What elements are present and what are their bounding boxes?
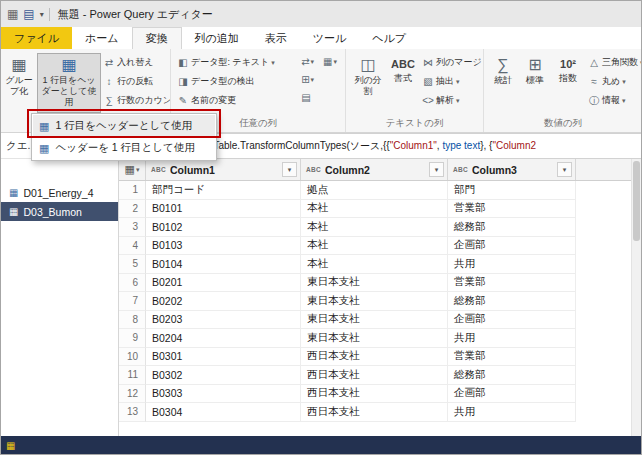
row-number[interactable]: 8	[119, 311, 146, 330]
table-cell[interactable]: B0304	[146, 403, 301, 422]
table-cell[interactable]: 企画部	[448, 237, 576, 256]
table-cell[interactable]: B0303	[146, 385, 301, 404]
table-cell[interactable]: 共用	[448, 403, 576, 422]
statistics-button[interactable]: ∑ 統計	[488, 53, 518, 113]
row-number[interactable]: 13	[119, 403, 146, 422]
table-cell[interactable]: B0201	[146, 274, 301, 293]
row-number[interactable]: 12	[119, 385, 146, 404]
table-cell[interactable]: 東日本支社	[301, 329, 448, 348]
trigonometry-icon: △	[588, 57, 600, 68]
table-cell[interactable]: 共用	[448, 255, 576, 274]
group-by-button[interactable]: ▦ グループ化	[3, 53, 35, 113]
move-button[interactable]: ▤	[299, 90, 312, 105]
tab-add-column[interactable]: 列の追加	[182, 27, 252, 49]
column-header[interactable]: ABCColumn1▾	[146, 159, 301, 180]
table-cell[interactable]: 本社	[301, 218, 448, 237]
row-number[interactable]: 6	[119, 274, 146, 293]
table-cell[interactable]: 西日本支社	[301, 348, 448, 367]
pivot-button[interactable]: ⊞ ▾	[299, 72, 316, 87]
table-cell[interactable]: 営業部	[448, 348, 576, 367]
table-cell[interactable]: B0302	[146, 366, 301, 385]
merge-columns-button[interactable]: ⋈ 列のマージ	[420, 54, 484, 71]
row-number[interactable]: 7	[119, 292, 146, 311]
tab-help[interactable]: ヘルプ	[359, 27, 419, 49]
query-item[interactable]: ▦D03_Bumon	[1, 202, 118, 221]
row-number[interactable]: 4	[119, 237, 146, 256]
tab-file[interactable]: ファイル	[1, 27, 72, 49]
tab-view[interactable]: 表示	[252, 27, 300, 49]
rename-button[interactable]: ✎ 名前の変更	[175, 92, 277, 109]
column-header[interactable]: ABCColumn3▾	[448, 159, 576, 180]
menu-item[interactable]: ▦ヘッダーを 1 行目として使用	[33, 137, 215, 159]
use-first-row-as-headers-button[interactable]: ▦ 1 行目をヘッダーとして使用	[37, 53, 101, 113]
transpose-button[interactable]: ⇄ 入れ替え	[101, 54, 171, 71]
row-number[interactable]: 9	[119, 329, 146, 348]
table-cell[interactable]: 西日本支社	[301, 366, 448, 385]
query-item[interactable]: ▦D01_Energy_4	[1, 183, 118, 202]
table-cell[interactable]: 営業部	[448, 200, 576, 219]
count-rows-button[interactable]: ∑ 行数のカウント	[101, 92, 171, 109]
row-number[interactable]: 5	[119, 255, 146, 274]
table-cell[interactable]: 東日本支社	[301, 292, 448, 311]
vertical-scrollbar[interactable]	[631, 159, 641, 436]
replace-values-button[interactable]: ⇄ ▾	[299, 54, 316, 69]
reverse-rows-icon: ↕	[103, 76, 115, 87]
table-cell[interactable]: B0101	[146, 200, 301, 219]
rounding-button[interactable]: ≈ 丸め ▾	[586, 73, 642, 90]
column-header[interactable]: ABCColumn2▾	[301, 159, 448, 180]
table-cell[interactable]: B0104	[146, 255, 301, 274]
table-cell[interactable]: 企画部	[448, 385, 576, 404]
table-cell[interactable]: B0202	[146, 292, 301, 311]
row-number[interactable]: 2	[119, 200, 146, 219]
table-cell[interactable]: 東日本支社	[301, 274, 448, 293]
table-cell[interactable]: B0203	[146, 311, 301, 330]
save-icon[interactable]: ▤	[23, 8, 34, 20]
row-number[interactable]: 3	[119, 218, 146, 237]
table-cell[interactable]: 西日本支社	[301, 403, 448, 422]
table-cell[interactable]: 営業部	[448, 274, 576, 293]
standard-button[interactable]: ⊞ 標準	[520, 53, 550, 113]
table-cell[interactable]: 総務部	[448, 366, 576, 385]
table-cell[interactable]: 本社	[301, 237, 448, 256]
table-cell[interactable]: 部門	[448, 181, 576, 200]
scientific-button[interactable]: 10² 指数	[552, 53, 584, 113]
tab-home[interactable]: ホーム	[72, 27, 132, 49]
table-cell[interactable]: 共用	[448, 329, 576, 348]
format-button[interactable]: ABC 書式	[388, 53, 418, 113]
scrollbar-thumb[interactable]	[633, 161, 640, 241]
table-cell[interactable]: 総務部	[448, 218, 576, 237]
split-column-button[interactable]: ◫ 列の分割	[350, 53, 386, 113]
table-cell[interactable]: 拠点	[301, 181, 448, 200]
table-cell[interactable]: B0301	[146, 348, 301, 367]
table-corner-button[interactable]: ▦ ▾	[119, 159, 146, 180]
filter-icon[interactable]: ▾	[282, 162, 297, 177]
row-number[interactable]: 1	[119, 181, 146, 200]
tab-tools[interactable]: ツール	[300, 27, 360, 49]
table-cell[interactable]: 東日本支社	[301, 311, 448, 330]
table-cell[interactable]: B0102	[146, 218, 301, 237]
table-cell[interactable]: B0103	[146, 237, 301, 256]
extract-button[interactable]: ▧ 抽出 ▾	[420, 73, 484, 90]
quick-access-dropdown-icon[interactable]: ▾	[40, 10, 44, 19]
status-table-icon[interactable]: ▦	[6, 440, 15, 451]
table-cell[interactable]: 総務部	[448, 292, 576, 311]
table-cell[interactable]: 部門コード	[146, 181, 301, 200]
menu-item[interactable]: ▦1 行目をヘッダーとして使用	[33, 115, 215, 137]
filter-icon[interactable]: ▾	[429, 162, 444, 177]
tab-transform[interactable]: 変換	[132, 27, 182, 49]
fill-button[interactable]: ▦ ▾	[321, 54, 339, 69]
trigonometry-button[interactable]: △ 三角関数 ▾	[586, 54, 642, 71]
table-cell[interactable]: 本社	[301, 200, 448, 219]
reverse-rows-button[interactable]: ↕ 行の反転	[101, 73, 171, 90]
table-cell[interactable]: 企画部	[448, 311, 576, 330]
filter-icon[interactable]: ▾	[557, 162, 572, 177]
data-type-button[interactable]: ◧ データ型: テキスト ▾	[175, 54, 277, 71]
parse-button[interactable]: <> 解析 ▾	[420, 92, 484, 109]
table-cell[interactable]: B0204	[146, 329, 301, 348]
table-cell[interactable]: 本社	[301, 255, 448, 274]
row-number[interactable]: 11	[119, 366, 146, 385]
detect-data-type-button[interactable]: ◨ データ型の検出	[175, 73, 277, 90]
information-button[interactable]: ⓘ 情報 ▾	[586, 92, 642, 109]
row-number[interactable]: 10	[119, 348, 146, 367]
table-cell[interactable]: 西日本支社	[301, 385, 448, 404]
